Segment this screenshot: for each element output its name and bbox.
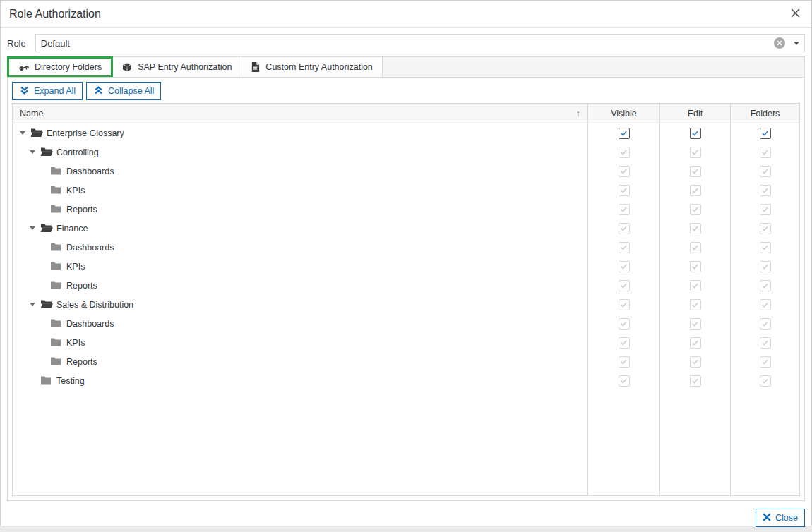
open-folder-icon <box>40 223 53 234</box>
tree-node[interactable]: Enterprise Glossary <box>13 123 587 143</box>
column-header-visible[interactable]: Visible <box>587 104 659 123</box>
tree-node[interactable]: Finance <box>13 219 587 238</box>
tree-row[interactable]: KPIs <box>13 257 799 276</box>
tree-node[interactable]: Controlling <box>13 143 587 162</box>
visible-checkbox <box>619 185 630 196</box>
expand-arrow-icon <box>40 169 50 173</box>
tree-node-label: Sales & Distribution <box>56 300 133 310</box>
expand-arrow-icon <box>40 322 50 325</box>
tab-sap-entry-authorization[interactable]: SAP Entry Authorization <box>113 57 241 77</box>
directory-folders-panel: Expand All Collapse All Name ↑ Visible <box>7 77 805 501</box>
tab-custom-entry-authorization[interactable]: Custom Entry Authorization <box>241 57 382 77</box>
expand-arrow-icon[interactable] <box>30 226 40 230</box>
tab-label: SAP Entry Authorization <box>138 62 232 72</box>
column-label: Edit <box>688 109 703 119</box>
dialog-footer: Close <box>1 501 811 527</box>
visible-checkbox <box>619 299 630 310</box>
tree-node[interactable]: Testing <box>13 371 587 390</box>
dialog-titlebar: Role Authorization <box>1 1 811 28</box>
role-field-row: Role Default <box>7 34 805 52</box>
tree-row[interactable]: Reports <box>13 200 799 219</box>
expand-arrow-icon <box>40 188 50 192</box>
closed-folder-icon <box>50 166 63 176</box>
folders-checkbox <box>760 356 771 368</box>
closed-folder-icon <box>50 280 63 291</box>
visible-checkbox[interactable] <box>619 128 630 139</box>
tree-node[interactable]: KPIs <box>13 257 587 276</box>
folders-checkbox <box>760 223 771 234</box>
tree-row[interactable]: Enterprise Glossary <box>13 123 799 143</box>
tree-row[interactable]: Controlling <box>13 143 799 162</box>
role-combobox[interactable]: Default <box>35 34 805 52</box>
visible-checkbox <box>619 204 630 215</box>
folders-checkbox <box>760 337 771 349</box>
expand-arrow-icon <box>40 341 50 344</box>
folders-checkbox <box>760 318 771 330</box>
tab-label: Directory Folders <box>35 62 102 72</box>
tree-node[interactable]: Dashboards <box>13 238 587 257</box>
close-button[interactable]: Close <box>756 509 805 527</box>
tree-node[interactable]: Reports <box>13 352 587 371</box>
edit-checkbox[interactable] <box>690 128 701 139</box>
folders-checkbox[interactable] <box>760 128 771 139</box>
expand-arrow-icon[interactable] <box>30 150 40 154</box>
closed-folder-icon <box>50 356 63 367</box>
column-header-folders[interactable]: Folders <box>730 104 799 123</box>
expand-all-button[interactable]: Expand All <box>12 82 83 100</box>
double-chevron-down-icon <box>19 85 30 97</box>
folders-checkbox <box>760 375 771 387</box>
tree-node[interactable]: KPIs <box>13 333 587 352</box>
dropdown-caret-icon[interactable] <box>794 42 799 45</box>
tree-node-label: Reports <box>66 357 97 367</box>
closed-folder-icon <box>50 337 63 348</box>
role-value: Default <box>41 38 774 49</box>
visible-checkbox <box>619 356 630 368</box>
double-chevron-up-icon <box>93 85 104 97</box>
tree-node[interactable]: Dashboards <box>13 162 587 181</box>
tab-strip-filler <box>383 57 804 77</box>
tree-row[interactable]: Reports <box>13 352 799 371</box>
tab-directory-folders[interactable]: Directory Folders <box>9 59 111 75</box>
tree-row[interactable]: Finance <box>13 219 799 238</box>
tree-row[interactable]: Dashboards <box>13 314 799 333</box>
folders-checkbox <box>760 166 771 177</box>
expand-arrow-icon[interactable] <box>20 131 30 135</box>
visible-checkbox <box>619 166 630 177</box>
open-folder-icon <box>30 128 43 138</box>
folders-checkbox <box>760 185 771 196</box>
tree-row[interactable]: Testing <box>13 371 799 390</box>
clear-icon[interactable] <box>774 37 785 49</box>
edit-checkbox <box>690 261 701 272</box>
tree-row[interactable]: KPIs <box>13 333 799 352</box>
tree-node[interactable]: Reports <box>13 276 587 295</box>
expand-arrow-icon[interactable] <box>30 303 40 306</box>
folders-checkbox <box>760 242 771 253</box>
tree-node[interactable]: Dashboards <box>13 314 587 333</box>
tree-node[interactable]: Reports <box>13 200 587 219</box>
collapse-all-button[interactable]: Collapse All <box>86 82 161 100</box>
edit-checkbox <box>690 337 701 349</box>
tree-node[interactable]: Sales & Distribution <box>13 295 587 314</box>
sort-ascending-icon[interactable]: ↑ <box>576 108 581 119</box>
tree-node[interactable]: KPIs <box>13 181 587 200</box>
column-header-edit[interactable]: Edit <box>659 104 730 123</box>
tree-node-label: Dashboards <box>66 167 114 176</box>
expand-arrow-icon <box>40 246 50 249</box>
visible-checkbox <box>619 147 630 158</box>
tree-row[interactable]: Sales & Distribution <box>13 295 799 314</box>
column-header-name[interactable]: Name ↑ <box>13 104 587 123</box>
dialog-close-icon[interactable] <box>789 7 801 20</box>
tree-row[interactable]: Reports <box>13 276 799 295</box>
closed-folder-icon <box>40 375 53 386</box>
column-label: Visible <box>611 109 637 119</box>
visible-checkbox <box>619 337 630 349</box>
tree-row[interactable]: Dashboards <box>13 162 799 181</box>
folders-checkbox <box>760 299 771 310</box>
tree-row[interactable]: Dashboards <box>13 238 799 257</box>
expand-arrow-icon <box>40 284 50 287</box>
tree-node-label: Controlling <box>56 147 99 157</box>
tree-node-label: Testing <box>56 376 85 386</box>
closed-folder-icon <box>50 242 63 253</box>
edit-checkbox <box>690 356 701 368</box>
tree-row[interactable]: KPIs <box>13 181 799 200</box>
